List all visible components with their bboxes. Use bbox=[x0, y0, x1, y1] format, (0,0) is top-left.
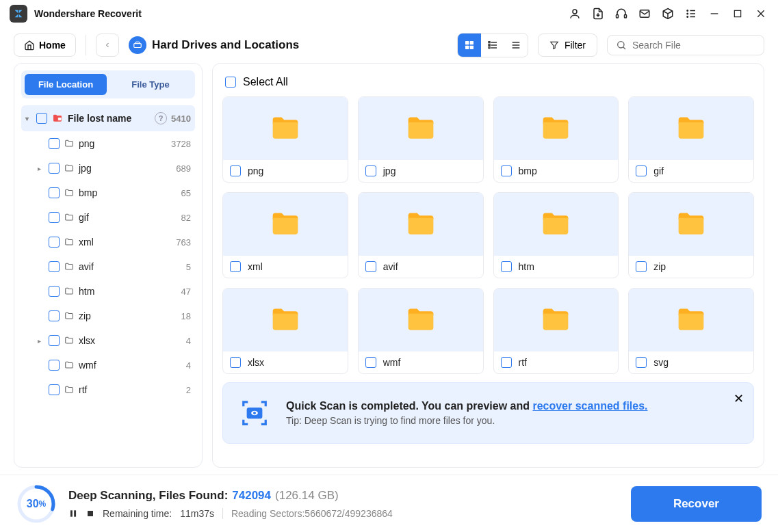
checkbox[interactable] bbox=[49, 360, 60, 371]
checkbox[interactable] bbox=[365, 165, 376, 176]
remaining-label: Remaining time: bbox=[103, 508, 172, 519]
banner-close-icon[interactable]: ✕ bbox=[734, 391, 744, 406]
maximize-icon[interactable] bbox=[730, 6, 745, 21]
tree-item[interactable]: bmp65 bbox=[21, 181, 195, 205]
checkbox[interactable] bbox=[636, 357, 647, 368]
tree-item-name: png bbox=[79, 138, 167, 149]
checkbox[interactable] bbox=[36, 113, 47, 124]
pause-button[interactable] bbox=[68, 509, 78, 518]
view-grid-button[interactable] bbox=[458, 34, 481, 57]
stop-button[interactable] bbox=[86, 509, 94, 518]
back-button[interactable] bbox=[96, 34, 119, 57]
svg-point-4 bbox=[687, 10, 688, 12]
checkbox[interactable] bbox=[49, 212, 60, 223]
tree-item-name: zip bbox=[79, 310, 177, 321]
select-all-checkbox[interactable] bbox=[225, 77, 236, 88]
folder-name: htm bbox=[519, 261, 534, 272]
folder-card[interactable]: xlsx bbox=[222, 288, 348, 374]
folder-name: xlsx bbox=[248, 357, 264, 368]
minimize-icon[interactable] bbox=[707, 6, 722, 21]
folder-card[interactable]: avif bbox=[358, 192, 484, 278]
drive-icon bbox=[129, 36, 146, 54]
close-icon[interactable] bbox=[753, 6, 768, 21]
checkbox[interactable] bbox=[636, 165, 647, 176]
tree-item[interactable]: gif82 bbox=[21, 205, 195, 230]
location-breadcrumb[interactable]: Hard Drives and Locations bbox=[129, 36, 299, 54]
box-icon[interactable] bbox=[660, 6, 675, 21]
tree-item[interactable]: xml763 bbox=[21, 230, 195, 254]
folder-card[interactable]: rtf bbox=[493, 288, 619, 374]
folder-name: xml bbox=[248, 261, 263, 272]
folder-name: svg bbox=[653, 357, 669, 368]
folder-card[interactable]: zip bbox=[628, 192, 754, 278]
tree-item[interactable]: ▸jpg689 bbox=[21, 156, 195, 181]
folder-icon bbox=[494, 289, 619, 351]
folder-card[interactable]: gif bbox=[628, 96, 754, 183]
headset-icon[interactable] bbox=[614, 6, 629, 21]
recover-button[interactable]: Recover bbox=[631, 486, 762, 522]
tree-item[interactable]: wmf4 bbox=[21, 353, 195, 377]
app-title: Wondershare Recoverit bbox=[34, 8, 142, 19]
tree-item-name: bmp bbox=[79, 187, 177, 198]
checkbox[interactable] bbox=[501, 357, 512, 368]
svg-point-6 bbox=[687, 16, 688, 18]
view-menu-button[interactable] bbox=[504, 34, 528, 57]
list-icon[interactable] bbox=[684, 6, 699, 21]
checkbox[interactable] bbox=[230, 261, 241, 272]
file-icon[interactable] bbox=[591, 6, 606, 21]
checkbox[interactable] bbox=[49, 163, 60, 174]
home-button[interactable]: Home bbox=[14, 34, 76, 57]
tree-item[interactable]: htm47 bbox=[21, 279, 195, 304]
tree-item[interactable]: avif5 bbox=[21, 254, 195, 279]
svg-rect-2 bbox=[625, 15, 627, 18]
checkbox[interactable] bbox=[49, 261, 60, 272]
filter-button[interactable]: Filter bbox=[538, 34, 597, 57]
scan-icon bbox=[235, 394, 274, 432]
tree-item-name: gif bbox=[79, 212, 177, 223]
search-box[interactable] bbox=[607, 35, 764, 55]
svg-point-28 bbox=[618, 42, 624, 48]
folder-card[interactable]: png bbox=[222, 96, 348, 183]
checkbox[interactable] bbox=[501, 261, 512, 272]
checkbox[interactable] bbox=[230, 165, 241, 176]
mail-icon[interactable] bbox=[637, 6, 652, 21]
tree-item[interactable]: rtf2 bbox=[21, 377, 195, 402]
tree-item-count: 763 bbox=[176, 237, 191, 248]
tree-item[interactable]: ▸xlsx4 bbox=[21, 328, 195, 353]
folder-card[interactable]: htm bbox=[493, 192, 619, 278]
tree-item[interactable]: zip18 bbox=[21, 304, 195, 328]
checkbox[interactable] bbox=[49, 335, 60, 346]
help-icon[interactable]: ? bbox=[155, 112, 167, 124]
checkbox[interactable] bbox=[230, 357, 241, 368]
view-list-button[interactable] bbox=[481, 34, 504, 57]
checkbox[interactable] bbox=[49, 286, 60, 297]
checkbox[interactable] bbox=[49, 237, 60, 248]
tree-item-count: 65 bbox=[181, 188, 191, 198]
search-input[interactable] bbox=[632, 40, 755, 51]
tree-root[interactable]: ▾File lost name?5410 bbox=[21, 105, 195, 131]
recover-files-link[interactable]: recover scanned files. bbox=[532, 400, 647, 412]
tab-file-type[interactable]: File Type bbox=[109, 74, 192, 95]
checkbox[interactable] bbox=[49, 384, 60, 395]
remaining-value: 11m37s bbox=[180, 508, 214, 519]
svg-rect-37 bbox=[74, 510, 76, 516]
user-icon[interactable] bbox=[567, 6, 582, 21]
checkbox[interactable] bbox=[365, 357, 376, 368]
folder-card[interactable]: jpg bbox=[358, 96, 484, 183]
checkbox[interactable] bbox=[49, 138, 60, 149]
checkbox[interactable] bbox=[49, 187, 60, 198]
folder-card[interactable]: wmf bbox=[358, 288, 484, 374]
tab-file-location[interactable]: File Location bbox=[25, 74, 107, 95]
svg-rect-24 bbox=[489, 47, 490, 49]
folder-card[interactable]: xml bbox=[222, 192, 348, 278]
checkbox[interactable] bbox=[365, 261, 376, 272]
folder-card[interactable]: bmp bbox=[493, 96, 619, 183]
checkbox[interactable] bbox=[49, 310, 60, 321]
tree-item[interactable]: png3728 bbox=[21, 131, 195, 156]
checkbox[interactable] bbox=[636, 261, 647, 272]
checkbox[interactable] bbox=[501, 165, 512, 176]
folder-icon bbox=[359, 193, 483, 256]
scan-status: Deep Scanning, Files Found: 742094 (126.… bbox=[68, 489, 619, 503]
folder-icon bbox=[629, 97, 753, 160]
folder-card[interactable]: svg bbox=[628, 288, 754, 374]
